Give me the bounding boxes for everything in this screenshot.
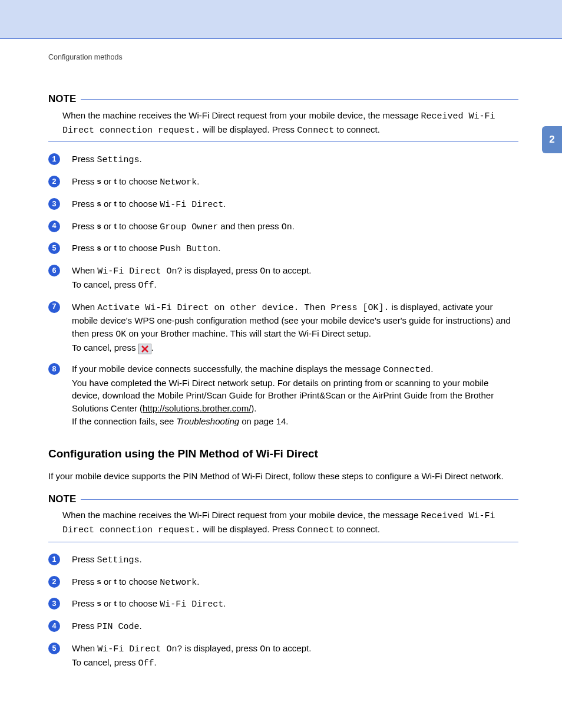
step-text: or — [101, 221, 114, 231]
step-mono: PIN Code — [97, 622, 140, 632]
section-intro: If your mobile device supports the PIN M… — [48, 470, 518, 483]
step-item: Press PIN Code. — [48, 620, 518, 634]
note-heading: NOTE — [48, 492, 518, 507]
step-text: on page 14. — [239, 416, 288, 426]
step-text: To cancel, press — [72, 342, 138, 353]
step-text: on your Brother machine. This will start… — [126, 328, 371, 338]
step-text: to choose — [117, 176, 160, 186]
step-text: or — [101, 598, 114, 608]
step-mono: Wi-Fi Direct — [160, 200, 223, 210]
step-text: . — [140, 154, 142, 164]
step-text: . — [431, 364, 433, 374]
step-text: When — [72, 265, 97, 275]
step-text: If your mobile device connects successfu… — [72, 364, 383, 374]
step-item: Press Settings. — [48, 153, 518, 167]
step-text: To cancel, press — [72, 279, 138, 289]
step-item: If your mobile device connects successfu… — [48, 363, 518, 428]
step-text: or — [101, 243, 114, 253]
step-text: is displayed, press — [182, 265, 260, 275]
note-text: When the machine receives the Wi-Fi Dire… — [62, 510, 421, 520]
solutions-link[interactable]: http://solutions.brother.com/ — [143, 403, 251, 413]
note-body: When the machine receives the Wi-Fi Dire… — [48, 509, 518, 537]
step-text: Press — [72, 176, 97, 186]
step-text: to accept. — [270, 265, 311, 275]
step-text: to choose — [117, 221, 160, 231]
step-text: to accept. — [270, 643, 311, 653]
step-item: When Wi-Fi Direct On? is displayed, pres… — [48, 642, 518, 670]
step-mono: Settings — [97, 555, 140, 565]
chevron-up-icon: s — [97, 221, 101, 232]
note-end-rule — [48, 542, 518, 542]
step-text: to choose — [117, 243, 160, 253]
step-text: is displayed, press — [182, 643, 260, 653]
step-text: to choose — [117, 577, 160, 587]
step-item: When Activate Wi-Fi Direct on other devi… — [48, 301, 518, 354]
step-text: to choose — [117, 199, 160, 209]
step-mono: Wi-Fi Direct On? — [97, 266, 182, 276]
step-item: Press Settings. — [48, 553, 518, 567]
step-text: . — [151, 342, 154, 353]
step-text: Press — [72, 598, 97, 608]
step-text: . — [218, 243, 220, 253]
note-connect: Connect — [297, 126, 334, 136]
section-heading: Configuration using the PIN Method of Wi… — [48, 446, 518, 462]
step-text: To cancel, press — [72, 657, 138, 667]
step-text: or — [101, 176, 114, 186]
chevron-up-icon: s — [97, 577, 101, 588]
step-mono: Activate Wi-Fi Direct on other device. T… — [97, 303, 389, 313]
step-text: If the connection fails, see — [72, 416, 177, 426]
step-item: Press s or t to choose Group Owner and t… — [48, 220, 518, 234]
step-text: You have completed the Wi-Fi Direct netw… — [72, 378, 494, 414]
step-text: Press — [72, 154, 97, 164]
step-text: . — [292, 221, 295, 231]
step-mono: Network — [160, 578, 197, 588]
note-text: to connect. — [336, 124, 379, 134]
step-text: . — [154, 657, 157, 667]
note-label: NOTE — [48, 92, 76, 107]
step-text: . — [154, 279, 157, 289]
step-item: Press s or t to choose Network. — [48, 175, 518, 189]
breadcrumb: Configuration methods — [48, 52, 518, 62]
chevron-up-icon: s — [97, 199, 101, 210]
note-label: NOTE — [48, 492, 76, 507]
step-mono: Settings — [97, 155, 140, 165]
step-mono: OK — [115, 330, 126, 340]
step-text: Press — [72, 199, 97, 209]
step-text: to choose — [117, 598, 160, 608]
step-text: . — [223, 598, 226, 608]
step-text: . — [197, 577, 199, 587]
steps-list-a: Press Settings. Press s or t to choose N… — [48, 153, 518, 427]
step-text: or — [101, 199, 114, 209]
chevron-up-icon: s — [97, 176, 101, 187]
note-rule — [81, 99, 518, 100]
step-text: Press — [72, 621, 97, 631]
page-content: Configuration methods NOTE When the mach… — [0, 39, 540, 728]
step-text: Press — [72, 243, 97, 253]
chevron-up-icon: s — [97, 598, 101, 610]
step-text: Press — [72, 577, 97, 587]
step-mono: On — [260, 644, 270, 654]
note-body: When the machine receives the Wi-Fi Dire… — [48, 109, 518, 137]
step-mono: Connected — [383, 365, 431, 375]
step-mono: Off — [138, 281, 154, 291]
step-text: . — [197, 176, 199, 186]
troubleshooting-ref: Troubleshooting — [177, 416, 239, 426]
step-item: Press s or t to choose Network. — [48, 575, 518, 589]
step-text: . — [223, 199, 226, 209]
step-item: Press s or t to choose Push Button. — [48, 242, 518, 256]
step-text: When — [72, 643, 97, 653]
step-mono: On — [282, 222, 292, 232]
note-end-rule — [48, 141, 518, 142]
step-text: Press — [72, 554, 97, 564]
step-mono: On — [260, 266, 270, 276]
note-rule — [81, 499, 518, 500]
step-mono: Group Owner — [160, 222, 218, 232]
step-item: When Wi-Fi Direct On? is displayed, pres… — [48, 264, 518, 292]
step-mono: Network — [160, 177, 197, 187]
step-text: ). — [251, 403, 256, 413]
step-item: Press s or t to choose Wi-Fi Direct. — [48, 597, 518, 611]
chevron-up-icon: s — [97, 243, 101, 254]
note-heading: NOTE — [48, 92, 518, 107]
step-text: and then press — [218, 221, 282, 231]
top-header-band — [0, 0, 562, 39]
